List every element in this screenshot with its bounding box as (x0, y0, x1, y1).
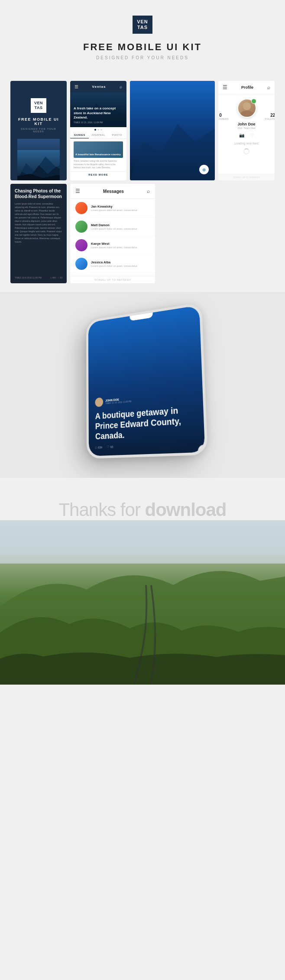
phone-mockup: JOHN DOE TIMES 13. 14. 2016. 11:06 PM A … (86, 302, 208, 459)
message-preview: Lorem ipsum dolor sit amet, consectetur (91, 246, 150, 249)
article-headline: A fresh take on a concept store in Auckl… (74, 106, 123, 120)
avatar (75, 258, 87, 270)
article-thumb: A beautiful late Renaissance country (74, 141, 123, 158)
message-content: Jessica Alba Lorem ipsum dolor sit amet,… (91, 260, 150, 267)
messages-footer: SCROLL UP TO REFRESH (70, 276, 155, 283)
thanks-section: Thanks for download (0, 478, 285, 520)
screen-splash: VEN TAS FREE MOBILE UI KIT DESIGNED FOR … (10, 81, 67, 180)
landscape-section (0, 520, 285, 685)
message-preview: Lorem ipsum dolor sit amet, consectetur (91, 227, 150, 230)
svg-point-9 (243, 102, 251, 110)
dark-meta: TIMES 10-6 2016 11:08 PM (15, 276, 42, 279)
message-preview: Lorem ipsum dolor sit amet, consectetur (91, 209, 150, 211)
avatar (75, 202, 87, 214)
following-stat: 22 Following (265, 113, 275, 120)
avatar (75, 239, 87, 251)
phone-likes: ♡ 93 (107, 445, 113, 449)
search-icon[interactable]: ⌕ (120, 84, 122, 89)
splash-title: FREE MOBILE UI KIT (17, 117, 60, 126)
screen-profile: ☰ Profile ⌕ 0 Followers (218, 81, 275, 180)
dark-title: Chasing Photos of the Blood-Red Supermoo… (15, 188, 62, 199)
list-item[interactable]: Jan Kowalsky Lorem ipsum dolor sit amet,… (70, 199, 155, 218)
list-item[interactable]: Matt Damon Lorem ipsum dolor sit amet, c… (70, 218, 155, 236)
svg-rect-13 (0, 520, 285, 555)
phone-views: □ 634 (95, 445, 102, 449)
online-badge (251, 99, 256, 104)
article-body: There, between rolling hills and the Ape… (70, 160, 126, 171)
profile-title: Profile (241, 85, 253, 90)
svg-point-10 (240, 111, 253, 118)
tab-photo[interactable]: PHOTO (108, 132, 126, 138)
contact-name: Jan Kowalsky (91, 205, 150, 208)
phone-notch (130, 313, 153, 321)
loading-spinner (243, 148, 249, 154)
message-preview: Lorem ipsum dolor sit amet, consectetur (91, 265, 150, 267)
messages-title: Messages (103, 189, 124, 194)
messages-header: ☰ Messages ⌕ (70, 184, 155, 199)
screen-dark-article: Chasing Photos of the Blood-Red Supermoo… (10, 184, 67, 283)
article-brand: Ventas (92, 85, 106, 89)
tab-journal[interactable]: JOURNAL (89, 132, 107, 138)
messages-list: Jan Kowalsky Lorem ipsum dolor sit amet,… (70, 199, 155, 276)
page-subtitle: DESIGNED FOR YOUR NEEDS (0, 55, 285, 60)
phone-avatar (95, 397, 103, 407)
profile-header-bar: ☰ Profile ⌕ (218, 81, 275, 94)
messages-menu-icon[interactable]: ☰ (75, 188, 80, 194)
phone-stats: □ 634 ♡ 93 (95, 442, 197, 449)
tab-guides[interactable]: GUIDES (70, 132, 89, 138)
read-more-button[interactable]: READ MORE (70, 171, 126, 178)
profile-handle: @jo. Team Doe (237, 127, 255, 129)
article-hero: A fresh take on a concept store in Auckl… (70, 93, 126, 127)
profile-name: John Doe (237, 122, 255, 126)
message-content: Kanye West Lorem ipsum dolor sit amet, c… (91, 242, 150, 249)
profile-action-icons: 📷 ♡ (239, 133, 254, 138)
phone-section: JOHN DOE TIMES 13. 14. 2016. 11:06 PM A … (0, 292, 285, 478)
dark-footer: TIMES 10-6 2016 11:08 PM □ 494 · ♡ 53 (15, 276, 62, 279)
article-header: ☰ Ventas ⌕ (70, 81, 126, 93)
followers-stat: 0 Followers (218, 113, 229, 120)
screen-article: ☰ Ventas ⌕ A fresh take on a concept sto… (70, 81, 126, 180)
menu-icon[interactable]: ☰ (74, 84, 78, 89)
splash-subtitle: DESIGNED FOR YOUR NEEDS (17, 128, 60, 133)
avatar (75, 221, 87, 233)
phone-screen: JOHN DOE TIMES 13. 14. 2016. 11:06 PM A … (88, 305, 205, 456)
thanks-text: Thanks for download (9, 500, 276, 520)
phone-article-title: A boutique getaway in Prince Edward Coun… (95, 404, 197, 442)
profile-menu-icon[interactable]: ☰ (223, 84, 227, 90)
profile-search-icon[interactable]: ⌕ (267, 84, 270, 90)
dark-body: Lorem ipsum dolor sit amet, consectetur … (15, 202, 62, 274)
page-header: VEN TAS FREE MOBILE UI KIT DESIGNED FOR … (0, 0, 285, 72)
splash-logo: VEN TAS (31, 98, 46, 113)
article-pagination (70, 127, 126, 132)
brand-logo: VEN TAS (133, 16, 152, 34)
message-content: Matt Damon Lorem ipsum dolor sit amet, c… (91, 223, 150, 230)
heart-icon[interactable]: ♡ (250, 133, 254, 138)
camera-icon[interactable]: 📷 (239, 133, 244, 138)
feed-label: Loading new feed (234, 142, 258, 145)
messages-search-icon[interactable]: ⌕ (147, 188, 150, 194)
contact-name: Matt Damon (91, 223, 150, 227)
profile-stats: 0 Followers 22 Following (218, 99, 275, 120)
contact-name: Kanye West (91, 242, 150, 246)
article-meta: TIMES 10 15. 2016. 11:08 PM (74, 121, 123, 124)
message-content: Jan Kowalsky Lorem ipsum dolor sit amet,… (91, 205, 150, 211)
list-item[interactable]: Kanye West Lorem ipsum dolor sit amet, c… (70, 236, 155, 255)
page-title: FREE MOBILE UI KIT (0, 42, 285, 53)
phone-home-button[interactable] (198, 445, 208, 458)
phone-user-info: JOHN DOE TIMES 13. 14. 2016. 11:06 PM (105, 397, 131, 405)
list-item[interactable]: Jessica Alba Lorem ipsum dolor sit amet,… (70, 255, 155, 273)
splash-image (17, 139, 60, 180)
screens-grid: VEN TAS FREE MOBILE UI KIT DESIGNED FOR … (0, 72, 285, 292)
profile-avatar-wrap (237, 99, 256, 118)
article-tabs: GUIDES JOURNAL PHOTO (70, 132, 126, 139)
contact-name: Jessica Alba (91, 260, 150, 264)
screen-blue-article: JOHN DOE TIMES 13. 14. 2016. 11:06 PM A … (130, 81, 215, 180)
thumb-headline: A beautiful late Renaissance country (75, 153, 121, 156)
profile-footer: SCROLL UP TO REFRESH (218, 174, 275, 180)
dark-stats: □ 494 · ♡ 53 (50, 276, 62, 279)
profile-body: 0 Followers 22 Following (218, 94, 275, 174)
screen-messages: ☰ Messages ⌕ Jan Kowalsky Lorem ipsum do… (70, 184, 155, 283)
